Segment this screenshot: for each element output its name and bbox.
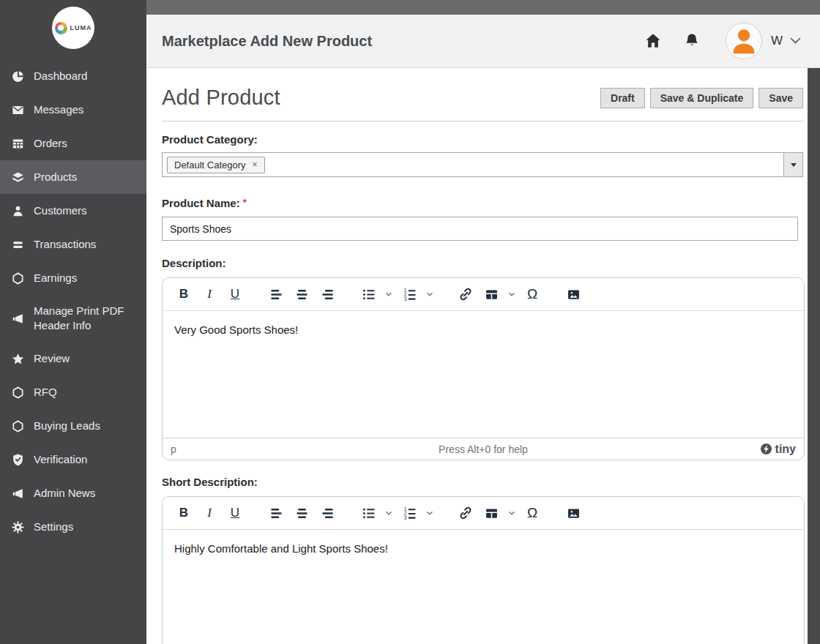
sidebar-item-manage-print-pdf-header-info[interactable]: Manage Print PDF Header Info [0,295,146,342]
table-menu-button[interactable] [504,282,519,307]
sidebar-item-dashboard[interactable]: Dashboard [0,59,146,93]
home-icon [644,31,663,50]
align-right-button[interactable] [315,282,340,307]
hexagon-icon [11,419,25,433]
insert-image-button[interactable] [561,501,586,525]
home-button[interactable] [644,31,663,50]
chevron-down-icon [790,37,801,45]
special-character-button[interactable]: Ω [520,282,545,307]
underline-button[interactable]: U [223,501,247,525]
sidebar-item-rfq[interactable]: RFQ [0,375,146,409]
italic-button[interactable]: I [197,501,222,525]
notifications-button[interactable] [683,31,701,50]
luma-logo-ring-icon [55,22,67,34]
chevron-down-icon [507,289,517,299]
sidebar-item-orders[interactable]: Orders [0,127,146,160]
underline-button[interactable]: U [223,282,247,307]
bullet-list-menu-button[interactable] [381,282,396,307]
bold-button[interactable]: B [171,282,196,307]
sidebar-item-earnings[interactable]: Earnings [0,261,146,295]
align-left-icon [269,287,284,302]
align-left-button[interactable] [264,501,288,525]
layers-icon [11,171,25,184]
person-icon [11,204,25,218]
sidebar-item-settings[interactable]: Settings [0,510,146,544]
save-button[interactable]: Save [758,88,803,108]
top-gray-bar [146,0,820,15]
description-edit-area[interactable]: Very Good Sports Shoes! [163,311,804,438]
table-menu-button[interactable] [504,501,519,525]
editor-toolbar: B I U Ω [163,278,804,311]
special-character-button[interactable]: Ω [520,501,545,525]
star-icon [11,352,25,366]
hexagon-icon [11,386,25,400]
required-asterisk: * [243,197,247,208]
bold-icon: B [179,506,188,520]
bullet-list-button[interactable] [356,282,381,307]
shield-check-icon [11,453,25,467]
element-path[interactable]: p [171,443,288,455]
chevron-down-icon [425,289,435,299]
sidebar-item-transactions[interactable]: Transactions [0,228,146,261]
short-description-editor: B I U Ω Highly Comfortable and Light S [162,496,805,644]
omega-icon: Ω [527,286,537,302]
envelope-icon [11,103,25,117]
category-chip-label: Default Category [174,160,246,171]
numbered-list-menu-button[interactable] [422,282,437,307]
product-name-input[interactable] [162,217,798,241]
bullet-list-menu-button[interactable] [381,501,396,525]
product-category-select[interactable]: Default Category × [162,152,803,177]
gear-icon [11,520,25,534]
link-button[interactable] [453,282,478,307]
bold-button[interactable]: B [171,501,196,525]
user-menu-button[interactable] [789,36,802,46]
align-left-button[interactable] [264,282,288,307]
category-dropdown-button[interactable] [783,153,802,176]
heading-divider [162,121,803,121]
omega-icon: Ω [527,505,537,521]
link-icon [458,505,474,521]
short-description-edit-area[interactable]: Highly Comfortable and Light Sports Shoe… [163,530,804,644]
sidebar-item-messages[interactable]: Messages [0,93,146,127]
sidebar-item-verification[interactable]: Verification [0,443,146,476]
product-category-label: Product Category: [162,133,803,146]
numbered-list-icon [402,287,417,302]
table-button[interactable] [479,282,504,307]
italic-icon: I [207,287,212,302]
chevron-down-icon [507,508,517,518]
editor-statusbar: p Press Alt+0 for help tiny [163,438,804,460]
scrollbar-track[interactable] [808,68,820,644]
editor-toolbar: B I U Ω [163,497,804,530]
draft-button[interactable]: Draft [600,88,645,108]
sidebar-item-review[interactable]: Review [0,342,146,375]
sidebar-item-admin-news[interactable]: Admin News [0,476,146,510]
caret-down-icon [791,163,797,167]
insert-image-button[interactable] [561,282,586,307]
align-center-button[interactable] [289,501,314,525]
avatar[interactable] [726,23,762,59]
underline-icon: U [231,506,239,520]
numbered-list-button[interactable] [397,501,422,525]
luma-logo-circle: LUMA [52,7,94,49]
numbered-list-button[interactable] [397,282,422,307]
table-button[interactable] [479,501,504,525]
numbered-list-menu-button[interactable] [422,501,437,525]
bullet-list-button[interactable] [356,501,381,525]
align-center-button[interactable] [289,282,314,307]
align-right-icon [320,506,335,521]
logo[interactable]: LUMA [0,0,146,59]
main-content: Add Product Draft Save & Duplicate Save … [146,68,808,644]
link-button[interactable] [453,501,478,525]
sidebar-item-buying-leads[interactable]: Buying Leads [0,409,146,443]
megaphone-icon [11,312,25,326]
italic-button[interactable]: I [197,282,222,307]
align-right-button[interactable] [315,501,340,525]
megaphone-icon [11,487,25,501]
tiny-brand[interactable]: tiny [679,443,796,456]
sidebar-item-customers[interactable]: Customers [0,194,146,228]
remove-category-icon[interactable]: × [253,160,258,169]
save-duplicate-button[interactable]: Save & Duplicate [650,88,754,108]
sidebar-item-products[interactable]: Products [0,160,146,194]
bars-icon [11,238,25,252]
chevron-down-icon [384,289,394,299]
